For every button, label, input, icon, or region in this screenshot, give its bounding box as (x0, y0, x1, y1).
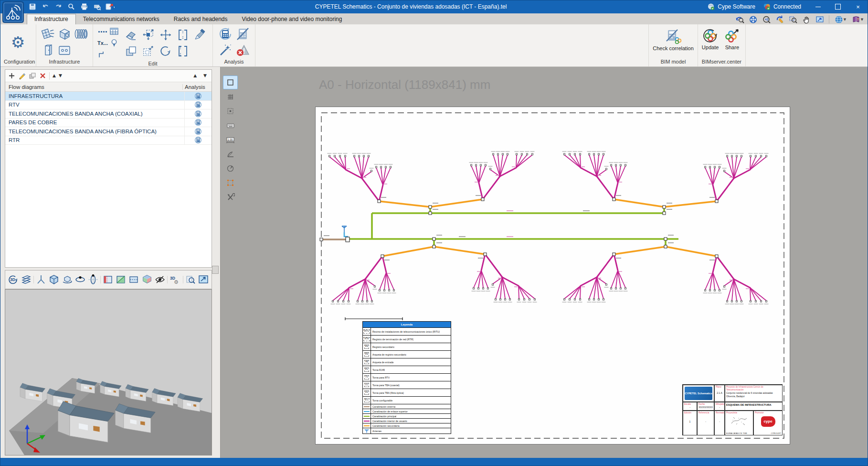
zoom-window-button[interactable] (787, 14, 799, 24)
selection-button[interactable] (223, 176, 238, 190)
tab-video-door-phone[interactable]: Video door-phone and video monitoring (235, 14, 349, 24)
row-analysis-button[interactable] (184, 101, 212, 109)
app-logo[interactable] (2, 1, 24, 23)
flow-diagram-name[interactable]: RTV (5, 102, 184, 108)
duplicate-button[interactable] (29, 72, 36, 79)
share-button[interactable]: Share (724, 29, 740, 51)
configuration-button[interactable]: ⚙ (11, 34, 25, 50)
row-analysis-button[interactable] (184, 119, 212, 127)
move-down-button[interactable]: ▼ (59, 74, 62, 78)
flow-diagram-row[interactable]: RTR (5, 136, 212, 145)
zoom-previous-button[interactable] (734, 14, 745, 24)
wizard-button[interactable] (219, 43, 232, 57)
erase-button[interactable] (125, 29, 138, 41)
orbit-horizontal-button[interactable] (74, 272, 86, 287)
search-button[interactable] (66, 2, 76, 11)
viewport-3d[interactable] (5, 289, 212, 455)
dotted-line-button[interactable] (98, 28, 107, 35)
hide-elements-button[interactable] (154, 272, 166, 287)
tools-button[interactable] (223, 190, 238, 204)
solid-view-button[interactable] (48, 272, 60, 287)
move-button[interactable] (159, 28, 172, 42)
maximize-button[interactable] (828, 0, 848, 13)
zoom-extents-button[interactable] (747, 14, 759, 24)
print-preview-button[interactable] (92, 2, 102, 11)
panel-scrollbar[interactable] (212, 266, 219, 274)
rotate-3d-button[interactable]: 3D (8, 272, 19, 287)
add-button[interactable] (8, 72, 15, 79)
fit-view-button[interactable] (198, 272, 209, 287)
zoom-selection-button[interactable] (185, 272, 196, 287)
analysis-errors-button[interactable] (235, 43, 250, 57)
row-analysis-button[interactable] (184, 127, 212, 136)
fit-window-button[interactable] (814, 14, 826, 24)
tab-telecommunications-networks[interactable]: Telecommunications networks (76, 14, 167, 24)
panel-expand-button[interactable]: ▼ (203, 74, 207, 78)
undo-button[interactable] (41, 2, 50, 11)
brand-label[interactable]: Cype Software (718, 3, 755, 10)
drawing-workspace[interactable]: 1.00 A0 - Horizontal (1189x841) mm Leyen… (221, 67, 868, 458)
dimension-button[interactable]: 1.00 (223, 133, 238, 147)
text-label-button[interactable]: Tx... (97, 40, 108, 46)
pin-button[interactable] (110, 39, 118, 47)
zoom-scale-button[interactable]: ×2 (761, 14, 772, 24)
junction-box-button[interactable] (57, 27, 72, 41)
row-analysis-button[interactable] (184, 136, 212, 145)
export-button[interactable] (105, 2, 115, 11)
update-button[interactable]: Update (702, 29, 719, 51)
flow-diagram-row[interactable]: TELECOMUNICACIONES BANDA ANCHA (FIBRA ÓP… (5, 127, 212, 136)
format-brush-button[interactable] (193, 29, 207, 41)
edit-node-button[interactable] (142, 29, 155, 41)
table-button[interactable] (109, 27, 119, 36)
panel-collapse-button[interactable]: ▲ (193, 74, 197, 78)
tab-infrastructure[interactable]: Infrastructure (27, 14, 76, 24)
flow-diagram-row[interactable]: RTV (5, 101, 212, 110)
flow-diagram-row[interactable]: INFRAESTRUCTURA (5, 92, 212, 101)
help-button[interactable]: ?▼ (850, 14, 865, 24)
layers-button[interactable] (21, 272, 32, 287)
keyboard-entry-button[interactable] (223, 119, 238, 132)
update-results-button[interactable] (218, 27, 233, 41)
cabinet-button[interactable] (42, 43, 55, 57)
angle-button[interactable] (223, 147, 238, 161)
check-correlation-button[interactable]: Check correlation (653, 26, 694, 58)
flow-diagram-name[interactable]: TELECOMUNICACIONES BANDA ANCHA (FIBRA ÓP… (5, 129, 184, 134)
section-front-button[interactable] (102, 272, 114, 287)
orbit-object-button[interactable] (62, 272, 73, 287)
orbit-vertical-button[interactable] (87, 272, 99, 287)
scene-objects-button[interactable] (141, 272, 153, 287)
conduit-button[interactable] (73, 27, 88, 41)
row-analysis-button[interactable] (184, 92, 212, 100)
section-diagonal-button[interactable] (115, 272, 127, 287)
flow-diagram-name[interactable]: TELECOMUNICACIONES BANDA ANCHA (COAXIAL) (5, 111, 184, 117)
flow-diagram-row[interactable]: PARES DE COBRE (5, 119, 212, 128)
socket-button[interactable] (57, 43, 72, 57)
remove-gap-button[interactable] (177, 45, 189, 57)
tab-racks-and-headends[interactable]: Racks and headends (167, 14, 235, 24)
flow-diagram-name[interactable]: PARES DE COBRE (5, 119, 184, 125)
edit-button[interactable] (18, 72, 26, 79)
move-up-button[interactable]: ▲ (53, 74, 56, 78)
insert-gap-button[interactable] (177, 29, 189, 41)
delete-button[interactable] (39, 72, 46, 79)
save-button[interactable] (28, 2, 37, 11)
minimize-button[interactable] (808, 0, 828, 13)
flow-diagram-name[interactable]: RTR (5, 137, 184, 143)
column-flow-diagrams[interactable]: Flow diagrams (5, 84, 182, 90)
rotate-button[interactable] (159, 45, 172, 57)
settings-3d-button[interactable]: 3D⚙ (169, 272, 181, 287)
redraw-button[interactable] (774, 14, 785, 24)
section-plane-button[interactable] (128, 272, 139, 287)
connection-status[interactable]: Connected (773, 3, 801, 10)
snap-button[interactable] (223, 104, 238, 118)
redo-button[interactable] (53, 2, 63, 11)
polyline-button[interactable] (98, 51, 107, 58)
column-analysis[interactable]: Analysis (182, 84, 212, 90)
row-analysis-button[interactable] (184, 109, 212, 118)
axes-button[interactable] (35, 272, 47, 287)
analysis-off-button[interactable] (235, 27, 250, 41)
ortho-mode-button[interactable] (223, 76, 238, 89)
scale-button[interactable] (142, 45, 155, 57)
language-button[interactable]: ▼ (833, 14, 848, 24)
drawing-sheet[interactable]: Leyenda RITURecinto de instalaciones de … (315, 107, 790, 444)
